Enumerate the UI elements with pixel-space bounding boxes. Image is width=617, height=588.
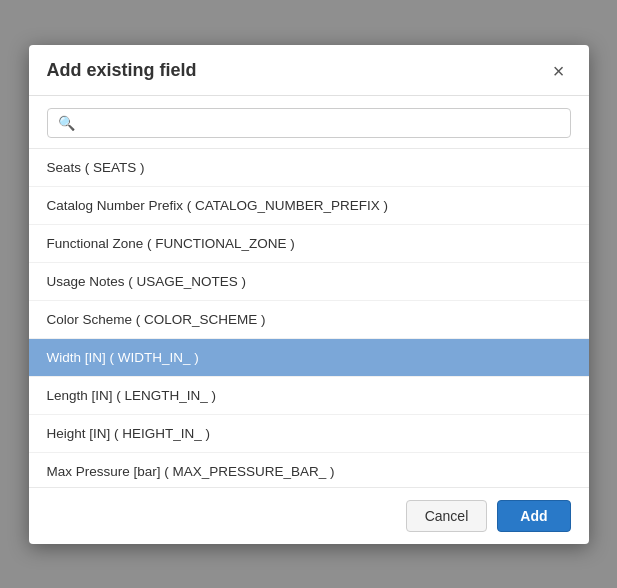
list-item[interactable]: Usage Notes ( USAGE_NOTES ) (29, 263, 589, 301)
dialog-title: Add existing field (47, 60, 197, 81)
field-list: Seats ( SEATS )Catalog Number Prefix ( C… (29, 148, 589, 488)
close-button[interactable]: × (547, 59, 571, 83)
list-item[interactable]: Color Scheme ( COLOR_SCHEME ) (29, 301, 589, 339)
search-input[interactable] (83, 115, 560, 131)
list-item[interactable]: Seats ( SEATS ) (29, 149, 589, 187)
list-item[interactable]: Width [IN] ( WIDTH_IN_ ) (29, 339, 589, 377)
list-item[interactable]: Length [IN] ( LENGTH_IN_ ) (29, 377, 589, 415)
add-button[interactable]: Add (497, 500, 570, 532)
dialog: Add existing field × 🔍 Seats ( SEATS )Ca… (29, 45, 589, 544)
search-container: 🔍 (29, 96, 589, 148)
list-item[interactable]: Catalog Number Prefix ( CATALOG_NUMBER_P… (29, 187, 589, 225)
search-icon: 🔍 (58, 115, 75, 131)
dialog-header: Add existing field × (29, 45, 589, 96)
list-item[interactable]: Max Pressure [bar] ( MAX_PRESSURE_BAR_ ) (29, 453, 589, 488)
list-item[interactable]: Height [IN] ( HEIGHT_IN_ ) (29, 415, 589, 453)
search-box: 🔍 (47, 108, 571, 138)
list-item[interactable]: Functional Zone ( FUNCTIONAL_ZONE ) (29, 225, 589, 263)
cancel-button[interactable]: Cancel (406, 500, 488, 532)
dialog-overlay: Add existing field × 🔍 Seats ( SEATS )Ca… (0, 0, 617, 588)
dialog-footer: Cancel Add (29, 488, 589, 544)
